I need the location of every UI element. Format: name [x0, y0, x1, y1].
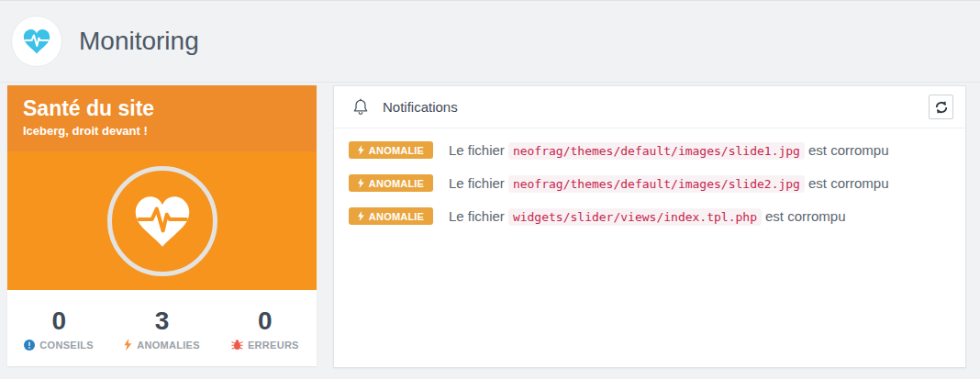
- file-path: neofrag/themes/default/images/slide1.jpg: [508, 142, 805, 160]
- heartbeat-icon: [22, 28, 51, 55]
- anomalie-badge: ANOMALIE: [349, 141, 433, 159]
- stat-conseils: 0 CONSEILS: [7, 306, 110, 351]
- stat-anomalies-label: ANOMALIES: [137, 340, 200, 351]
- notification-row: ANOMALIE Le fichierwidgets/slider/views/…: [349, 207, 951, 225]
- notification-row: ANOMALIE Le fichierneofrag/themes/defaul…: [349, 174, 951, 192]
- health-card-body: [7, 151, 317, 290]
- health-card-subtitle: Iceberg, droit devant !: [23, 124, 301, 138]
- refresh-icon: [935, 101, 948, 114]
- bolt-icon: [358, 178, 364, 188]
- stat-conseils-value: 0: [7, 307, 110, 336]
- anomalie-badge: ANOMALIE: [349, 207, 433, 225]
- refresh-button[interactable]: [929, 95, 953, 119]
- bug-icon: [231, 339, 243, 351]
- notification-message: Le fichierneofrag/themes/default/images/…: [449, 142, 889, 158]
- bolt-icon: [124, 339, 132, 351]
- notifications-panel: Notifications: [333, 85, 966, 368]
- monitoring-badge: [11, 16, 62, 67]
- notification-message: Le fichierwidgets/slider/views/index.tpl…: [449, 208, 846, 224]
- anomalie-badge: ANOMALIE: [349, 174, 433, 192]
- anomalie-badge-label: ANOMALIE: [369, 178, 424, 189]
- site-health-card: Santé du site Iceberg, droit devant ! 0: [7, 85, 317, 366]
- heartbeat-icon: [132, 193, 193, 250]
- file-path: neofrag/themes/default/images/slide2.jpg: [508, 175, 805, 193]
- stat-erreurs-label: ERREURS: [248, 340, 299, 351]
- notification-row: ANOMALIE Le fichierneofrag/themes/defaul…: [349, 141, 951, 159]
- bolt-icon: [358, 145, 364, 155]
- health-card-title: Santé du site: [23, 96, 301, 121]
- page-header: Monitoring: [0, 1, 980, 83]
- notification-message: Le fichierneofrag/themes/default/images/…: [449, 175, 889, 191]
- bell-icon: [352, 98, 369, 116]
- stat-anomalies: 3 ANOMALIES: [110, 306, 213, 351]
- health-card-header: Santé du site Iceberg, droit devant !: [7, 85, 317, 151]
- health-stats: 0 CONSEILS 3: [7, 290, 317, 366]
- heartbeat-ring: [107, 166, 217, 276]
- notifications-header: Notifications: [334, 86, 965, 128]
- anomalie-badge-label: ANOMALIE: [369, 145, 424, 156]
- stat-erreurs: 0: [214, 306, 317, 351]
- stat-conseils-label: CONSEILS: [39, 340, 94, 351]
- notifications-list: ANOMALIE Le fichierneofrag/themes/defaul…: [334, 128, 965, 253]
- page-title: Monitoring: [79, 27, 199, 56]
- notifications-title: Notifications: [383, 99, 458, 115]
- bolt-icon: [358, 211, 364, 221]
- monitoring-screen: Monitoring Santé du site Iceberg, droit …: [0, 0, 980, 379]
- anomalie-badge-label: ANOMALIE: [369, 211, 424, 222]
- stat-anomalies-value: 3: [110, 307, 213, 336]
- file-path: widgets/slider/views/index.tpl.php: [508, 208, 762, 226]
- stat-erreurs-value: 0: [214, 307, 317, 336]
- info-circle-icon: [24, 340, 35, 351]
